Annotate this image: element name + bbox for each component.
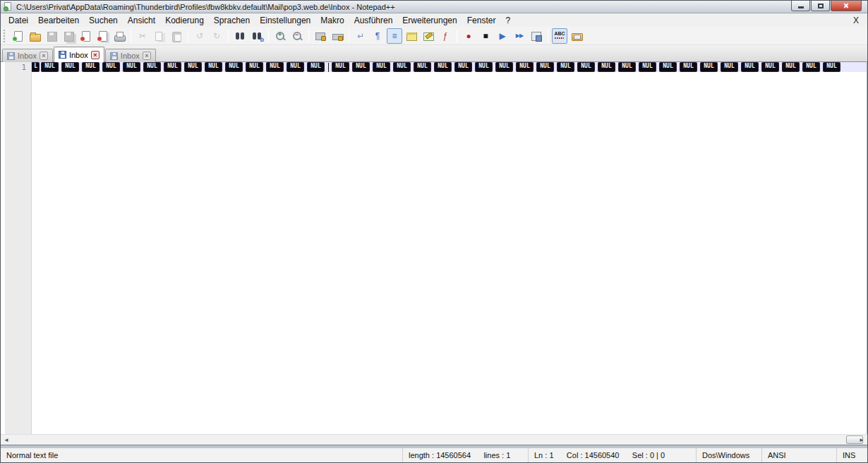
close-all-icon xyxy=(97,30,108,42)
nul-char-block: NUL xyxy=(578,63,594,71)
macro-play-button[interactable]: ▶ xyxy=(495,28,510,44)
menu-item-ansicht[interactable]: Ansicht xyxy=(123,14,160,27)
menu-item-sprachen[interactable]: Sprachen xyxy=(209,14,255,27)
function-list-button[interactable]: ƒ xyxy=(438,28,453,44)
menu-items: DateiBearbeitenSuchenAnsichtKodierungSpr… xyxy=(4,14,515,27)
spell-check-button[interactable] xyxy=(552,28,567,44)
nul-char-block: NUL xyxy=(476,63,492,71)
scrollbar-track[interactable] xyxy=(12,435,867,445)
tab-3[interactable]: Inbox× xyxy=(105,49,156,62)
toolbar-separator xyxy=(188,30,188,42)
status-length-lines: length : 14560564 lines : 1 xyxy=(402,448,528,462)
save-icon xyxy=(46,30,57,42)
sync-vertical-scroll-button[interactable] xyxy=(313,28,328,44)
undo-button[interactable]: ↺ xyxy=(192,28,207,44)
macro-run-multiple-button[interactable]: ▶▶ xyxy=(512,28,527,44)
sync-horizontal-scroll-button[interactable] xyxy=(330,28,345,44)
print-button[interactable] xyxy=(111,28,127,44)
menu-item-fenster[interactable]: Fenster xyxy=(462,14,501,27)
macro-save-icon xyxy=(531,30,542,42)
nul-char-block: NUL xyxy=(164,63,181,71)
menu-item-kodierung[interactable]: Kodierung xyxy=(160,14,209,27)
show-indent-guide-button[interactable]: ≡ xyxy=(387,28,402,44)
new-file-button[interactable] xyxy=(10,28,25,44)
tab-close-icon[interactable]: × xyxy=(91,51,100,59)
menu-close-document-button[interactable]: X xyxy=(845,16,867,25)
tab-1[interactable]: Inbox× xyxy=(2,49,53,62)
minimize-button[interactable] xyxy=(791,1,810,11)
word-wrap-icon: ↵ xyxy=(357,31,364,41)
notepadpp-window: C:\Users\Privat\AppData\Roaming\Thunderb… xyxy=(0,0,868,463)
menu-item-datei[interactable]: Datei xyxy=(4,14,33,27)
save-all-button[interactable] xyxy=(61,28,76,44)
editor-content[interactable]: LNULNULNULNULNULNULNULNULNULNULNULNULNUL… xyxy=(32,62,867,434)
indent-guide-icon: ≡ xyxy=(392,31,397,41)
macro-stop-button[interactable]: ■ xyxy=(478,28,493,44)
nul-char-block: NUL xyxy=(721,63,737,71)
open-file-button[interactable] xyxy=(27,28,42,44)
toolbar-separator xyxy=(228,30,229,42)
macro-save-button[interactable] xyxy=(529,28,544,44)
toolbar-separator xyxy=(349,30,349,42)
document-map-button[interactable] xyxy=(421,28,436,44)
zoom-in-icon xyxy=(275,30,286,42)
plugin-button[interactable] xyxy=(569,28,584,44)
status-eol-format: Dos\Windows xyxy=(696,448,761,462)
save-button[interactable] xyxy=(44,28,59,44)
line-number-gutter: 1 xyxy=(1,62,32,434)
nul-char-block: NUL xyxy=(267,63,283,71)
macro-record-button[interactable]: ● xyxy=(461,28,476,44)
stop-icon: ■ xyxy=(483,31,488,41)
show-all-characters-button[interactable]: ¶ xyxy=(370,28,385,44)
nul-char-block: NUL xyxy=(762,63,778,71)
user-defined-dialog-button[interactable] xyxy=(404,28,419,44)
nul-char-block: NUL xyxy=(373,63,390,71)
menu-item-makro[interactable]: Makro xyxy=(315,14,349,27)
nul-char-block: NUL xyxy=(42,63,58,71)
tab-close-icon[interactable]: × xyxy=(143,52,151,60)
nul-char-block: NUL xyxy=(62,63,78,71)
tab-label: Inbox xyxy=(121,52,140,60)
editor-area[interactable]: 1 LNULNULNULNULNULNULNULNULNULNULNULNULN… xyxy=(1,62,867,434)
title-bar[interactable]: C:\Users\Privat\AppData\Roaming\Thunderb… xyxy=(1,1,867,13)
menu-item-suchen[interactable]: Suchen xyxy=(84,14,123,27)
zoom-in-button[interactable] xyxy=(272,28,288,44)
nul-char-block: NUL xyxy=(455,63,471,71)
tab-label: Inbox xyxy=(69,51,88,59)
nul-char-block: NUL xyxy=(308,63,324,71)
toolbar-buttons: ✂↺↻↵¶≡ƒ●■▶▶▶ xyxy=(9,28,585,44)
word-wrap-button[interactable]: ↵ xyxy=(353,28,368,44)
close-file-button[interactable] xyxy=(78,28,93,44)
menu-item-bearbeiten[interactable]: Bearbeiten xyxy=(33,14,84,27)
menu-item-einstellungen[interactable]: Einstellungen xyxy=(255,14,315,27)
open-folder-icon xyxy=(29,30,40,42)
plugin-folder-icon xyxy=(571,30,582,42)
redo-button[interactable]: ↻ xyxy=(209,28,224,44)
close-all-button[interactable] xyxy=(95,28,110,44)
pilcrow-icon: ¶ xyxy=(375,31,380,41)
zoom-out-button[interactable] xyxy=(289,28,305,44)
status-bar: Normal text filelength : 14560564 lines … xyxy=(1,448,867,462)
toolbar-separator xyxy=(268,30,269,42)
horizontal-scrollbar[interactable]: ◄ ► xyxy=(1,434,867,445)
tab-2-active[interactable]: Inbox× xyxy=(54,47,104,62)
find-button[interactable] xyxy=(232,28,248,44)
close-file-icon xyxy=(80,30,91,42)
restore-button[interactable] xyxy=(811,1,830,11)
menu-item-erweiterungen[interactable]: Erweiterungen xyxy=(397,14,462,27)
toolbar-separator xyxy=(548,30,548,42)
caret-line[interactable]: LNULNULNULNULNULNULNULNULNULNULNULNULNUL… xyxy=(32,62,867,72)
close-window-button[interactable]: × xyxy=(831,1,862,11)
paste-button[interactable] xyxy=(169,28,184,44)
cut-button[interactable]: ✂ xyxy=(135,28,150,44)
menu-item-help[interactable]: ? xyxy=(500,14,515,27)
menu-item-ausf-hren[interactable]: Ausführen xyxy=(349,14,398,27)
copy-button[interactable] xyxy=(152,28,167,44)
function-list-icon: ƒ xyxy=(443,31,448,41)
tab-close-icon[interactable]: × xyxy=(40,52,48,60)
nul-char-block: NUL xyxy=(353,63,369,71)
replace-button[interactable] xyxy=(249,28,265,44)
find-icon xyxy=(234,30,246,42)
scroll-left-arrow[interactable]: ◄ xyxy=(1,435,12,445)
scroll-right-arrow[interactable]: ► xyxy=(856,435,867,445)
